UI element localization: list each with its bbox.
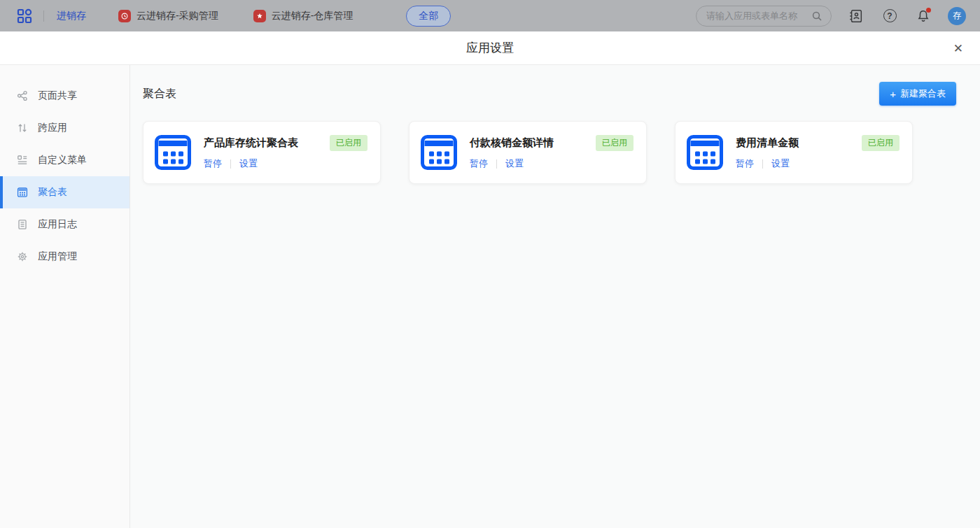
status-badge: 已启用 (330, 135, 368, 151)
notification-bell-icon[interactable] (914, 7, 932, 25)
aggregate-table-panel: 聚合表 + 新建聚合表 产品库存统计聚合 (130, 65, 980, 528)
avatar[interactable]: 存 (948, 7, 966, 25)
sidebar-item-page-share[interactable]: 页面共享 (0, 80, 130, 112)
new-button-label: 新建聚合表 (900, 87, 946, 100)
plus-icon: + (890, 89, 896, 99)
clock-app-icon (118, 10, 131, 22)
sidebar-item-app-log[interactable]: 应用日志 (0, 208, 130, 241)
sidebar-item-label: 自定义菜单 (38, 154, 87, 166)
sidebar-item-cross-app[interactable]: 跨应用 (0, 112, 130, 144)
star-app-icon (253, 10, 266, 22)
action-divider (496, 159, 497, 169)
search-input[interactable] (706, 10, 807, 21)
card-title: 产品库存统计聚合表 (204, 136, 298, 150)
tab-purchase-management[interactable]: 云进销存-采购管理 (118, 10, 218, 22)
aggregate-table-card: 产品库存统计聚合表 已启用 暂停 设置 (143, 121, 381, 184)
custom-menu-icon (17, 155, 28, 166)
help-icon[interactable]: ? (881, 7, 899, 25)
settings-link[interactable]: 设置 (505, 157, 524, 170)
tab-warehouse-management[interactable]: 云进销存-仓库管理 (253, 10, 354, 22)
topbar-divider (43, 10, 44, 22)
sidebar-item-label: 聚合表 (38, 186, 67, 199)
global-search (696, 6, 832, 27)
topbar-right-group: ? 存 (696, 6, 966, 27)
app-settings-header: 应用设置 ✕ (0, 31, 980, 65)
close-icon[interactable]: ✕ (953, 31, 963, 65)
apps-grid-icon[interactable] (15, 7, 34, 25)
sidebar-item-aggregate-table[interactable]: 聚合表 (0, 176, 130, 208)
share-icon (17, 90, 28, 101)
aggregate-table-card: 费用清单金额 已启用 暂停 设置 (675, 121, 913, 184)
pause-link[interactable]: 暂停 (470, 157, 488, 170)
sidebar-item-app-manage[interactable]: 应用管理 (0, 241, 130, 273)
sidebar-item-label: 应用管理 (38, 250, 77, 263)
page-title: 应用设置 (466, 40, 514, 56)
aggregate-table-icon (17, 187, 28, 198)
aggregate-table-icon (685, 133, 724, 172)
gear-icon (17, 251, 28, 262)
card-title: 付款核销金额详情 (470, 136, 554, 150)
sidebar-item-label: 应用日志 (38, 218, 77, 231)
notification-dot (926, 8, 931, 13)
tab-label: 云进销存-采购管理 (136, 10, 218, 22)
settings-link[interactable]: 设置 (239, 157, 258, 170)
aggregate-table-icon (153, 133, 192, 172)
all-tabs-pill[interactable]: 全部 (406, 6, 451, 27)
tab-label: 云进销存-仓库管理 (272, 10, 354, 22)
status-badge: 已启用 (862, 135, 899, 151)
new-aggregate-table-button[interactable]: + 新建聚合表 (879, 82, 956, 106)
search-icon (811, 10, 822, 22)
section-heading: 聚合表 (143, 87, 176, 101)
settings-link[interactable]: 设置 (771, 157, 790, 170)
address-book-icon[interactable] (847, 7, 865, 25)
help-glyph: ? (883, 9, 897, 22)
sidebar-item-label: 跨应用 (38, 122, 67, 134)
aggregate-table-list: 产品库存统计聚合表 已启用 暂停 设置 (143, 121, 956, 184)
sidebar-item-label: 页面共享 (38, 90, 77, 102)
pause-link[interactable]: 暂停 (204, 157, 222, 170)
swap-vertical-icon (17, 122, 28, 134)
pause-link[interactable]: 暂停 (736, 157, 754, 170)
settings-sidebar: 页面共享 跨应用 自定义菜单 (0, 65, 130, 528)
status-badge: 已启用 (596, 135, 634, 151)
topbar: 进销存 云进销存-采购管理 云进销存-仓库管理 全部 (0, 0, 980, 31)
workspace-name[interactable]: 进销存 (57, 10, 86, 22)
aggregate-table-card: 付款核销金额详情 已启用 暂停 设置 (409, 121, 647, 184)
action-divider (762, 159, 763, 169)
aggregate-table-icon (419, 133, 458, 172)
action-divider (230, 159, 231, 169)
sidebar-item-custom-menu[interactable]: 自定义菜单 (0, 144, 130, 176)
card-title: 费用清单金额 (736, 136, 799, 150)
log-document-icon (17, 219, 28, 230)
